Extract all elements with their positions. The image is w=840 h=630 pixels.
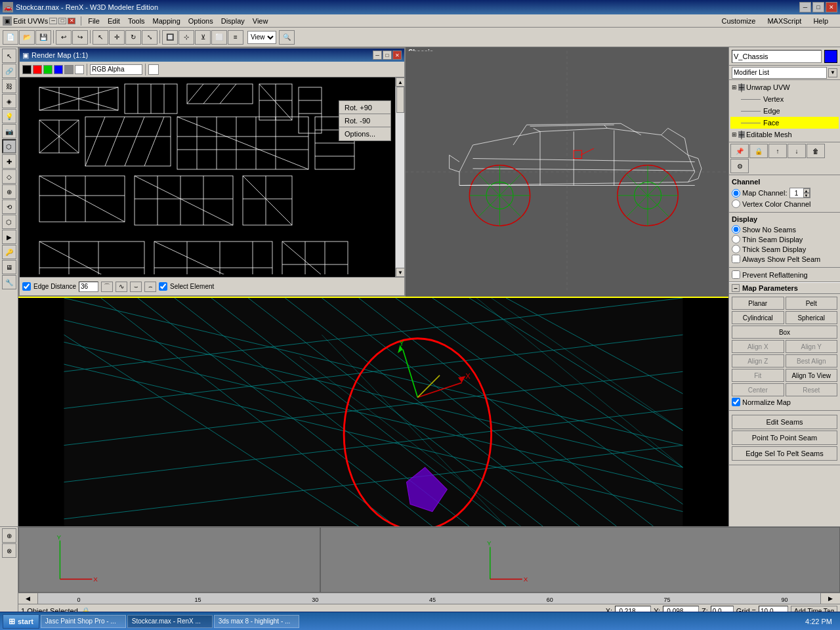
- map-planar-btn[interactable]: Planar: [732, 297, 784, 310]
- menu-edit[interactable]: Edit: [104, 16, 124, 26]
- view-dropdown[interactable]: View: [247, 31, 276, 44]
- spin-down[interactable]: ▼: [803, 193, 810, 198]
- menu-options[interactable]: Options: [184, 16, 217, 26]
- edge-distance-check[interactable]: [22, 282, 31, 291]
- tb-mirror[interactable]: ⬜: [211, 30, 227, 45]
- falloff-linear[interactable]: ⌒: [101, 282, 113, 292]
- modifier-list-dropdown[interactable]: Modifier List: [732, 67, 827, 79]
- bottom-right-viewport[interactable]: Y X: [320, 527, 840, 593]
- map-reset-btn[interactable]: Reset: [786, 383, 838, 396]
- map-fit-btn[interactable]: Fit: [732, 369, 784, 382]
- tb-left-anim[interactable]: ▶: [2, 230, 16, 244]
- spin-up[interactable]: ▲: [803, 188, 810, 193]
- modifier-dropdown-arrow[interactable]: ▼: [828, 68, 837, 77]
- rot-plus90-btn[interactable]: Rot. +90: [339, 101, 390, 114]
- menu-customize[interactable]: Customize: [717, 16, 759, 26]
- modifier-face[interactable]: Face: [730, 117, 839, 129]
- bottom-left-viewport[interactable]: Y X: [18, 527, 320, 593]
- map-align-z-btn[interactable]: Align Z: [732, 354, 784, 368]
- uv-color-white[interactable]: [75, 65, 84, 74]
- tb-rotate[interactable]: ↻: [125, 30, 141, 45]
- falloff-slow[interactable]: ⌣: [130, 282, 142, 292]
- map-best-align-btn[interactable]: Best Align: [786, 354, 838, 368]
- tb-left-space[interactable]: ⊕: [2, 184, 16, 199]
- always-show-pelt-check[interactable]: [732, 255, 740, 263]
- uv-color-grey[interactable]: [64, 65, 74, 74]
- map-params-collapse[interactable]: –: [732, 284, 740, 292]
- tb-left-light[interactable]: 💡: [2, 109, 16, 123]
- rot-minus90-btn[interactable]: Rot. -90: [339, 114, 390, 127]
- uv-color-green[interactable]: [43, 65, 52, 74]
- start-button[interactable]: ⊞ start: [3, 614, 39, 629]
- minimize-button[interactable]: ─: [799, 2, 811, 12]
- taskbar-app-3[interactable]: 3ds max 8 - highlight - ...: [214, 615, 299, 628]
- tb-left-key[interactable]: 🔑: [2, 245, 16, 259]
- scroll-thumb[interactable]: [396, 87, 404, 113]
- viewport-3d-top[interactable]: Chassis: [406, 47, 728, 297]
- map-spherical-btn[interactable]: Spherical: [786, 311, 838, 324]
- falloff-smooth[interactable]: ∿: [116, 282, 127, 292]
- menu-view[interactable]: View: [249, 16, 272, 26]
- object-name-field[interactable]: V_Chassis: [732, 50, 822, 63]
- timeline-row[interactable]: ◀ 0 15 30 45 60 75 90 ▶: [18, 593, 840, 604]
- tb-left-disp[interactable]: 🖥: [2, 260, 16, 274]
- scroll-down-btn[interactable]: ▼: [396, 268, 404, 277]
- render-map-minimize[interactable]: ─: [373, 51, 382, 60]
- point-to-point-seam-btn[interactable]: Point To Point Seam: [732, 430, 837, 445]
- uvw-minimize-btn[interactable]: ─: [49, 18, 57, 24]
- tb-save[interactable]: 💾: [35, 30, 51, 45]
- tb-snap[interactable]: 🔲: [162, 30, 178, 45]
- map-cylindrical-btn[interactable]: Cylindrical: [732, 311, 784, 324]
- menu-tools[interactable]: Tools: [124, 16, 149, 26]
- tb-open[interactable]: 📂: [19, 30, 35, 45]
- vertex-color-radio[interactable]: [732, 200, 740, 208]
- tb-btm-1[interactable]: ⊕: [2, 528, 16, 543]
- map-align-x-btn[interactable]: Align X: [732, 340, 784, 353]
- bottom-viewport[interactable]: X Y: [18, 297, 728, 526]
- thin-seam-radio[interactable]: [732, 235, 740, 243]
- tb-left-shape[interactable]: ◇: [2, 169, 16, 184]
- uvw-restore-btn[interactable]: □: [58, 18, 66, 24]
- rp-tb-cfg[interactable]: ⚙: [730, 159, 749, 173]
- map-channel-radio[interactable]: [732, 189, 740, 198]
- rp-tb-del[interactable]: 🗑: [807, 144, 825, 158]
- tb-left-wire[interactable]: ⬡: [2, 215, 16, 229]
- uv-color-blue[interactable]: [54, 65, 63, 74]
- edit-seams-btn[interactable]: Edit Seams: [732, 415, 837, 429]
- tb-left-util[interactable]: 🔧: [2, 275, 16, 289]
- menu-help[interactable]: Help: [809, 16, 832, 26]
- taskbar-app-2[interactable]: Stockcar.max - RenX ...: [127, 615, 213, 628]
- tb-snap3[interactable]: ⊻: [195, 30, 211, 45]
- tb-left-mod[interactable]: ⟲: [2, 200, 16, 214]
- uv-scrollbar-v[interactable]: ▲ ▼: [395, 77, 404, 277]
- tb-new[interactable]: 📄: [3, 30, 18, 45]
- tb-select[interactable]: ↖: [93, 30, 108, 45]
- map-channel-spinner[interactable]: 1 ▲ ▼: [789, 188, 810, 198]
- modifier-edge[interactable]: Edge: [730, 105, 839, 117]
- rp-tb-down[interactable]: ↓: [788, 144, 806, 158]
- map-center-btn[interactable]: Center: [732, 383, 784, 396]
- tb-view-ctrl[interactable]: 🔍: [279, 30, 295, 45]
- render-map-close[interactable]: ✕: [392, 51, 402, 60]
- map-pelt-btn[interactable]: Pelt: [786, 297, 838, 310]
- timeline-track[interactable]: 0 15 30 45 60 75 90: [38, 593, 820, 604]
- uv-color-black[interactable]: [22, 65, 32, 74]
- map-box-btn[interactable]: Box: [732, 326, 837, 339]
- tb-left-helper[interactable]: ✚: [2, 154, 16, 169]
- thick-seam-radio[interactable]: [732, 245, 740, 253]
- map-align-y-btn[interactable]: Align Y: [786, 340, 838, 353]
- options-btn[interactable]: Options...: [339, 127, 390, 140]
- taskbar-app-1[interactable]: Jasc Paint Shop Pro - ...: [41, 615, 126, 628]
- rp-tb-pin[interactable]: 📌: [730, 144, 749, 158]
- rp-tb-lock[interactable]: 🔒: [749, 144, 768, 158]
- tb-left-bind[interactable]: ◈: [2, 94, 16, 108]
- tb-btm-2[interactable]: ⊗: [2, 543, 16, 558]
- tb-redo[interactable]: ↪: [72, 30, 88, 45]
- menu-file[interactable]: File: [84, 16, 104, 26]
- menu-maxscript[interactable]: MAXScript: [763, 16, 805, 26]
- map-align-to-view-btn[interactable]: Align To View: [786, 369, 838, 382]
- tb-left-camera[interactable]: 📷: [2, 124, 16, 138]
- close-button[interactable]: ✕: [826, 2, 837, 12]
- rp-tb-up[interactable]: ↑: [768, 144, 787, 158]
- uvw-close-btn[interactable]: ✕: [68, 18, 75, 24]
